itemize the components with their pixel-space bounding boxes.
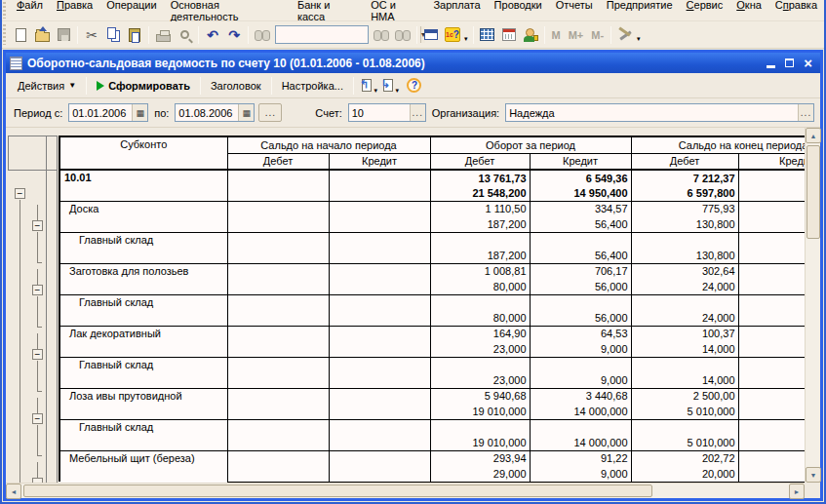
sum-cell[interactable]: [631, 294, 738, 310]
sum-cell[interactable]: 64,53: [530, 326, 631, 341]
qty-cell[interactable]: 14,000: [631, 341, 738, 357]
organization-input[interactable]: [506, 106, 798, 120]
memory-minus-button[interactable]: M-: [587, 29, 608, 41]
find-icon[interactable]: [252, 24, 273, 46]
period-more-button[interactable]: ...: [258, 103, 282, 122]
sum-cell[interactable]: [227, 232, 329, 248]
qty-cell[interactable]: 56,400: [530, 248, 631, 263]
sum-cell[interactable]: [430, 419, 530, 435]
sum-cell[interactable]: [227, 419, 329, 435]
minimize-button[interactable]: [767, 65, 775, 68]
sum-cell[interactable]: 775,93: [631, 201, 738, 216]
qty-cell[interactable]: 9,000: [530, 372, 631, 388]
scroll-down-button[interactable]: ▼: [806, 467, 821, 483]
subconto-cell[interactable]: Лоза ивы прутовидной: [59, 388, 227, 419]
help-1c-icon[interactable]: 1с?: [442, 24, 463, 46]
sum-cell[interactable]: [738, 294, 805, 310]
sum-cell[interactable]: 100,37: [631, 326, 738, 341]
qty-cell[interactable]: 80,000: [430, 279, 530, 294]
sum-cell[interactable]: 302,64: [631, 263, 738, 279]
vertical-scrollbar[interactable]: ▲ ▼: [805, 128, 820, 483]
qty-cell[interactable]: [329, 185, 430, 201]
qty-cell[interactable]: 24,000: [631, 310, 738, 326]
qty-cell[interactable]: [738, 279, 805, 294]
qty-cell[interactable]: 5 010,000: [631, 404, 738, 419]
paste-icon[interactable]: [124, 24, 145, 46]
sum-cell[interactable]: [738, 170, 805, 185]
toolbar-grip[interactable]: [3, 24, 8, 46]
subconto-cell[interactable]: 10.01: [59, 170, 227, 201]
sum-cell[interactable]: [329, 201, 430, 216]
qty-cell[interactable]: [738, 248, 805, 263]
qty-cell[interactable]: [329, 310, 430, 326]
period-from-field[interactable]: ▦: [68, 103, 148, 122]
print-preview-icon[interactable]: [174, 24, 195, 46]
user-lock-icon[interactable]: [520, 24, 541, 46]
search-combobox[interactable]: ▾: [275, 25, 369, 44]
qty-cell[interactable]: [738, 404, 805, 419]
sum-cell[interactable]: 13 761,73: [430, 170, 530, 185]
sum-cell[interactable]: [227, 170, 329, 185]
sum-cell[interactable]: [738, 263, 805, 279]
qty-cell[interactable]: [329, 248, 430, 263]
tree-collapse-item[interactable]: −: [32, 478, 43, 483]
windows-list-icon[interactable]: [420, 24, 442, 46]
qty-cell[interactable]: 21 548,200: [430, 185, 530, 201]
subconto-cell[interactable]: Лак декоративный: [59, 326, 227, 357]
sum-cell[interactable]: 334,57: [530, 201, 631, 216]
undo-icon[interactable]: ↶: [202, 24, 223, 46]
sum-cell[interactable]: [430, 294, 530, 310]
subconto-cell[interactable]: Главный склад: [59, 232, 227, 263]
sum-cell[interactable]: [227, 388, 329, 404]
save-settings-icon[interactable]: ↳▾: [377, 76, 399, 96]
subconto-cell[interactable]: Главный склад: [59, 294, 227, 326]
sum-cell[interactable]: [738, 357, 805, 372]
qty-cell[interactable]: [227, 372, 329, 388]
qty-cell[interactable]: 14 000,000: [530, 404, 631, 419]
qty-cell[interactable]: [329, 466, 430, 482]
header-button[interactable]: Заголовок: [203, 76, 269, 96]
subconto-cell[interactable]: Главный склад: [59, 419, 227, 450]
sum-cell[interactable]: [227, 201, 329, 216]
qty-cell[interactable]: 14 000,000: [530, 435, 631, 450]
subconto-cell[interactable]: Заготовка для полозьев: [59, 263, 227, 294]
qty-cell[interactable]: 80,000: [430, 310, 530, 326]
sum-cell[interactable]: [329, 326, 430, 341]
memory-button[interactable]: M: [548, 29, 565, 41]
tree-collapse-item[interactable]: −: [32, 349, 43, 360]
sum-cell[interactable]: [430, 357, 530, 372]
sum-cell[interactable]: [227, 357, 329, 372]
save-icon[interactable]: [53, 24, 74, 46]
report-titlebar[interactable]: Оборотно-сальдовая ведомость по счету 10…: [6, 53, 820, 73]
sum-cell[interactable]: [738, 419, 805, 435]
vertical-scroll-thumb[interactable]: [806, 145, 820, 239]
horizontal-scroll-thumb[interactable]: [23, 485, 652, 497]
sum-cell[interactable]: [329, 450, 430, 466]
memory-plus-button[interactable]: M+: [565, 29, 588, 41]
sum-cell[interactable]: 164,90: [430, 326, 530, 341]
qty-cell[interactable]: [738, 185, 805, 201]
qty-cell[interactable]: [738, 216, 805, 232]
find-next-icon[interactable]: [371, 24, 392, 46]
sum-cell[interactable]: [430, 232, 530, 248]
sum-cell[interactable]: 2 500,00: [631, 388, 738, 404]
grid-viewport[interactable]: Субконто Сальдо на начало периода Оборот…: [59, 128, 805, 483]
restore-settings-icon[interactable]: ↰▾: [356, 76, 377, 96]
qty-cell[interactable]: 14 950,400: [530, 185, 631, 201]
period-from-input[interactable]: [69, 106, 132, 120]
tree-collapse-item[interactable]: −: [32, 285, 43, 295]
tree-collapse-item[interactable]: −: [32, 413, 43, 424]
calendar-icon[interactable]: [498, 24, 520, 46]
calendar-picker-icon[interactable]: ▦: [238, 104, 254, 121]
qty-cell[interactable]: 9,000: [530, 341, 631, 357]
qty-cell[interactable]: [329, 435, 430, 450]
sum-cell[interactable]: [329, 419, 430, 435]
sum-cell[interactable]: [329, 357, 430, 372]
qty-cell[interactable]: [227, 435, 329, 450]
sum-cell[interactable]: [227, 263, 329, 279]
qty-cell[interactable]: [738, 341, 805, 357]
sum-cell[interactable]: 3 440,68: [530, 388, 631, 404]
generate-button[interactable]: Сформировать: [89, 76, 198, 96]
qty-cell[interactable]: [329, 404, 430, 419]
menubar-grip[interactable]: [3, 2, 8, 19]
